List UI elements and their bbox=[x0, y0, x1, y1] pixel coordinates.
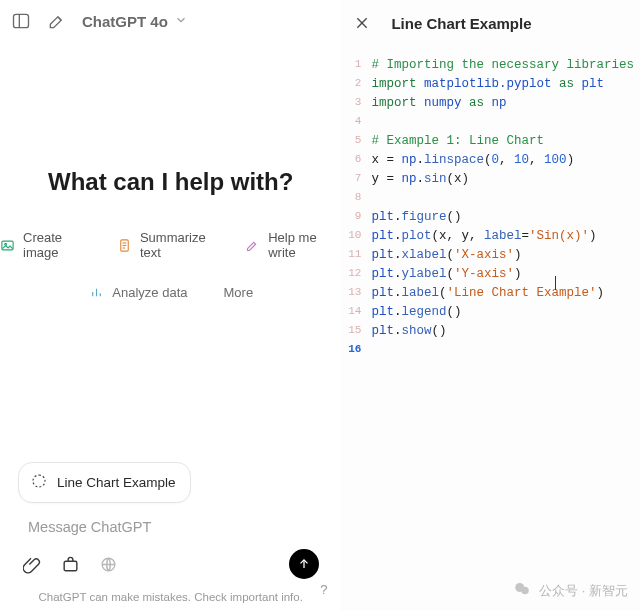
sidebar-toggle-icon[interactable] bbox=[10, 10, 32, 32]
suggestion-create-image[interactable]: Create image bbox=[0, 230, 95, 260]
code-line[interactable]: 9plt.figure() bbox=[341, 208, 634, 227]
code-line-content: # Importing the necessary libraries bbox=[371, 56, 634, 75]
chat-header: ChatGPT 4o bbox=[0, 0, 341, 38]
suggestion-label: More bbox=[224, 285, 254, 300]
code-line-content bbox=[371, 189, 634, 208]
line-number: 6 bbox=[341, 151, 371, 170]
code-editor[interactable]: 1# Importing the necessary libraries2imp… bbox=[341, 42, 640, 358]
send-button[interactable] bbox=[289, 549, 319, 579]
code-line-content: plt.figure() bbox=[371, 208, 634, 227]
line-number: 15 bbox=[341, 322, 371, 341]
line-number: 4 bbox=[341, 113, 371, 132]
svg-rect-12 bbox=[64, 561, 77, 571]
disclaimer-text: ChatGPT can make mistakes. Check importa… bbox=[18, 591, 323, 603]
composer-toolbar bbox=[18, 549, 323, 579]
globe-icon[interactable] bbox=[98, 554, 118, 574]
attachment-chip[interactable]: Line Chart Example bbox=[18, 462, 191, 503]
suggestion-more[interactable]: More bbox=[224, 284, 254, 300]
code-line-content: import matplotlib.pyplot as plt bbox=[371, 75, 634, 94]
line-number: 2 bbox=[341, 75, 371, 94]
code-line[interactable]: 12plt.ylabel('Y-axis') bbox=[341, 265, 634, 284]
text-cursor bbox=[555, 276, 556, 290]
close-icon[interactable] bbox=[351, 12, 373, 34]
line-number: 8 bbox=[341, 189, 371, 208]
line-number: 14 bbox=[341, 303, 371, 322]
suggestion-help-me-write[interactable]: Help me write bbox=[245, 230, 341, 260]
code-line[interactable]: 8 bbox=[341, 189, 634, 208]
code-line-content: plt.show() bbox=[371, 322, 634, 341]
code-line[interactable]: 16 bbox=[341, 341, 634, 358]
code-line-content bbox=[371, 113, 634, 132]
code-bracket-icon bbox=[31, 473, 47, 492]
code-line-content: # Example 1: Line Chart bbox=[371, 132, 634, 151]
code-line[interactable]: 7y = np.sin(x) bbox=[341, 170, 634, 189]
code-line[interactable]: 10plt.plot(x, y, label='Sin(x)') bbox=[341, 227, 634, 246]
code-line-content: plt.plot(x, y, label='Sin(x)') bbox=[371, 227, 634, 246]
code-line[interactable]: 14plt.legend() bbox=[341, 303, 634, 322]
code-line[interactable]: 4 bbox=[341, 113, 634, 132]
code-line-content: plt.xlabel('X-axis') bbox=[371, 246, 634, 265]
line-number: 16 bbox=[341, 341, 371, 358]
code-line-content bbox=[371, 341, 634, 358]
suggestion-row-2: Analyze data More bbox=[88, 284, 253, 300]
suggestion-label: Summarize text bbox=[140, 230, 223, 260]
svg-rect-2 bbox=[2, 241, 13, 250]
chevron-down-icon bbox=[174, 13, 188, 30]
suggestion-label: Create image bbox=[23, 230, 95, 260]
attachment-label: Line Chart Example bbox=[57, 475, 176, 490]
tools-icon[interactable] bbox=[60, 554, 80, 574]
code-line-content: y = np.sin(x) bbox=[371, 170, 634, 189]
code-line-content: x = np.linspace(0, 10, 100) bbox=[371, 151, 634, 170]
composer-input[interactable]: Message ChatGPT bbox=[18, 515, 323, 549]
suggestion-label: Help me write bbox=[268, 230, 341, 260]
line-number: 3 bbox=[341, 94, 371, 113]
code-line[interactable]: 2import matplotlib.pyplot as plt bbox=[341, 75, 634, 94]
code-line[interactable]: 5# Example 1: Line Chart bbox=[341, 132, 634, 151]
model-label: ChatGPT 4o bbox=[82, 13, 168, 30]
suggestion-analyze-data[interactable]: Analyze data bbox=[88, 284, 187, 300]
svg-rect-11 bbox=[33, 475, 45, 487]
composer-area: Line Chart Example Message ChatGPT ChatG… bbox=[0, 462, 341, 611]
code-line[interactable]: 6x = np.linspace(0, 10, 100) bbox=[341, 151, 634, 170]
line-number: 11 bbox=[341, 246, 371, 265]
app-root: ChatGPT 4o What can I help with? Create … bbox=[0, 0, 640, 611]
new-chat-icon[interactable] bbox=[46, 10, 68, 32]
line-number: 7 bbox=[341, 170, 371, 189]
code-line[interactable]: 11plt.xlabel('X-axis') bbox=[341, 246, 634, 265]
line-number: 12 bbox=[341, 265, 371, 284]
canvas-pane: Line Chart Example 1# Importing the nece… bbox=[341, 0, 640, 611]
chart-icon bbox=[88, 284, 104, 300]
line-number: 10 bbox=[341, 227, 371, 246]
help-button[interactable]: ? bbox=[320, 582, 327, 597]
line-number: 5 bbox=[341, 132, 371, 151]
document-icon bbox=[117, 237, 132, 253]
suggestion-label: Analyze data bbox=[112, 285, 187, 300]
code-line-content: plt.label('Line Chart Example') bbox=[371, 284, 634, 303]
chat-main: What can I help with? Create image Summa… bbox=[0, 38, 341, 462]
line-number: 13 bbox=[341, 284, 371, 303]
code-line-content: plt.legend() bbox=[371, 303, 634, 322]
suggestion-summarize-text[interactable]: Summarize text bbox=[117, 230, 223, 260]
line-number: 9 bbox=[341, 208, 371, 227]
code-line-content: plt.ylabel('Y-axis') bbox=[371, 265, 634, 284]
code-line[interactable]: 3import numpy as np bbox=[341, 94, 634, 113]
svg-rect-0 bbox=[14, 14, 29, 27]
canvas-header: Line Chart Example bbox=[341, 0, 640, 42]
code-line[interactable]: 1# Importing the necessary libraries bbox=[341, 56, 634, 75]
page-headline: What can I help with? bbox=[48, 168, 293, 196]
canvas-title: Line Chart Example bbox=[391, 15, 531, 32]
code-line[interactable]: 15plt.show() bbox=[341, 322, 634, 341]
code-line-content: import numpy as np bbox=[371, 94, 634, 113]
attach-icon[interactable] bbox=[22, 554, 42, 574]
line-number: 1 bbox=[341, 56, 371, 75]
model-selector[interactable]: ChatGPT 4o bbox=[82, 13, 188, 30]
suggestion-row-1: Create image Summarize text Help me writ… bbox=[0, 230, 341, 260]
image-icon bbox=[0, 237, 15, 253]
code-line[interactable]: 13plt.label('Line Chart Example') bbox=[341, 284, 634, 303]
pencil-icon bbox=[245, 237, 260, 253]
chat-pane: ChatGPT 4o What can I help with? Create … bbox=[0, 0, 341, 611]
